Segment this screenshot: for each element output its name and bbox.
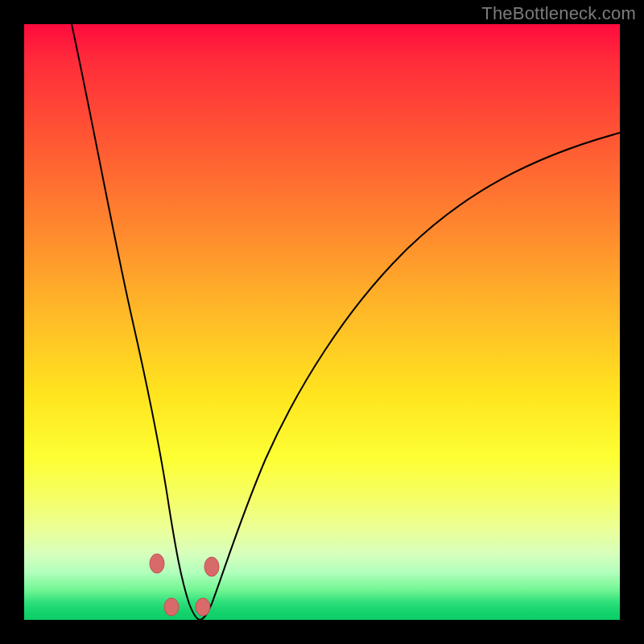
marker-bead-upper-left bbox=[150, 554, 164, 573]
marker-bead-lower-left bbox=[164, 598, 179, 616]
watermark-text: TheBottleneck.com bbox=[481, 3, 636, 24]
curve-left-branch bbox=[72, 24, 200, 620]
marker-bead-lower-right bbox=[196, 598, 210, 616]
curve-svg bbox=[24, 24, 620, 620]
curve-right-branch bbox=[200, 133, 620, 620]
chart-frame: TheBottleneck.com bbox=[0, 0, 644, 644]
marker-bead-upper-right bbox=[204, 557, 219, 576]
plot-area bbox=[24, 24, 620, 620]
